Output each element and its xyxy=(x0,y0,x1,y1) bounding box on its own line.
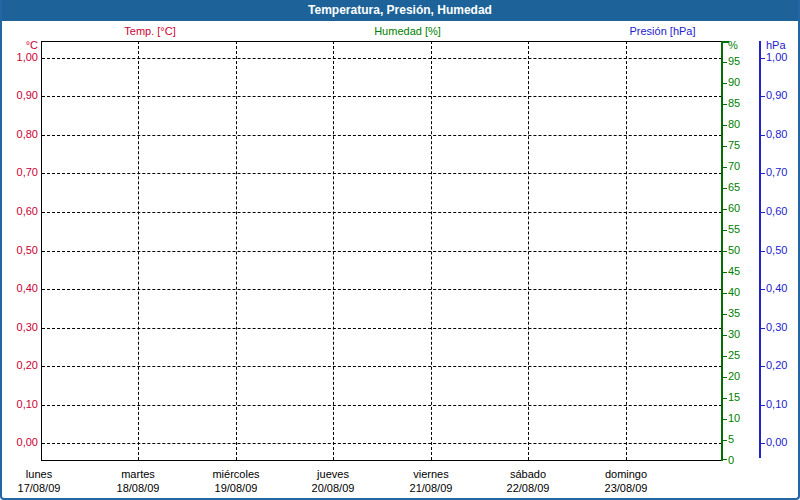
x-axis-date-label: 17/08/09 xyxy=(0,482,84,495)
chart-window: Temperatura, Presión, Humedad Temp. [°C]… xyxy=(0,0,800,500)
x-axis-day-label: jueves xyxy=(288,468,378,481)
pressure-axis-tick-label: 1,00 xyxy=(766,51,800,64)
window-title: Temperatura, Presión, Humedad xyxy=(308,3,492,17)
pressure-axis-tick xyxy=(761,289,765,290)
humidity-axis-tick-label: 40 xyxy=(728,286,758,299)
humidity-axis-tick-label: 80 xyxy=(728,118,758,131)
gridline-vertical xyxy=(431,41,432,460)
pressure-axis-tick xyxy=(761,58,765,59)
left-axis-tick-label: 0,20 xyxy=(4,359,38,372)
pressure-axis-tick-label: 0,60 xyxy=(766,205,800,218)
gridline-horizontal xyxy=(42,251,722,252)
gridline-vertical xyxy=(528,41,529,460)
pressure-axis-tick xyxy=(761,366,765,367)
humidity-axis-tick xyxy=(723,440,727,441)
left-axis-tick-label: 0,80 xyxy=(4,128,38,141)
gridline-horizontal xyxy=(42,443,722,444)
humidity-axis-tick xyxy=(723,335,727,336)
x-axis-day-label: martes xyxy=(93,468,183,481)
x-axis-day-label: sábado xyxy=(483,468,573,481)
pressure-axis-tick-label: 0,30 xyxy=(766,321,800,334)
x-axis-day-label: domingo xyxy=(581,468,671,481)
humidity-axis-tick-label: 55 xyxy=(728,223,758,236)
pressure-axis-tick-label: 0,70 xyxy=(766,166,800,179)
pressure-axis-tick xyxy=(761,328,765,329)
gridline-horizontal xyxy=(42,96,722,97)
humidity-axis-tick xyxy=(723,272,727,273)
humidity-axis-tick-label: 70 xyxy=(728,160,758,173)
humidity-axis-tick-label: 90 xyxy=(728,76,758,89)
left-axis-tick-label: 1,00 xyxy=(4,51,38,64)
pressure-axis-line xyxy=(759,41,761,458)
humidity-axis-tick xyxy=(723,83,727,84)
humidity-axis-tick xyxy=(723,209,727,210)
x-axis-date-label: 23/08/09 xyxy=(581,482,671,495)
legend-humidity: Humedad [%] xyxy=(345,25,470,39)
legend-pressure: Presión [hPa] xyxy=(600,25,725,39)
humidity-axis-tick xyxy=(723,419,727,420)
left-axis-tick-label: 0,00 xyxy=(4,436,38,449)
gridline-horizontal xyxy=(42,289,722,290)
pressure-axis-tick xyxy=(761,212,765,213)
x-axis-date-label: 22/08/09 xyxy=(483,482,573,495)
pressure-axis-tick xyxy=(761,173,765,174)
x-axis-date-label: 21/08/09 xyxy=(386,482,476,495)
humidity-axis-tick xyxy=(723,377,727,378)
pressure-axis-tick xyxy=(761,251,765,252)
x-axis-day-label: miércoles xyxy=(191,468,281,481)
pressure-axis-tick xyxy=(761,405,765,406)
humidity-axis-tick xyxy=(723,104,727,105)
legend-temperature: Temp. [°C] xyxy=(90,25,210,39)
pressure-axis-tick-label: 0,10 xyxy=(766,398,800,411)
humidity-axis-tick-label: 30 xyxy=(728,328,758,341)
humidity-axis-tick-label: 45 xyxy=(728,265,758,278)
x-axis-line xyxy=(41,460,723,461)
humidity-axis-tick-label: 25 xyxy=(728,349,758,362)
humidity-axis-tick xyxy=(723,62,727,63)
humidity-axis-tick xyxy=(723,459,727,460)
left-axis-tick-label: 0,30 xyxy=(4,321,38,334)
gridline-horizontal xyxy=(42,173,722,174)
gridline-horizontal xyxy=(42,58,722,59)
humidity-axis-tick-label: 50 xyxy=(728,244,758,257)
pressure-axis-tick-label: 0,20 xyxy=(766,359,800,372)
humidity-axis-tick-label: 0 xyxy=(728,454,758,467)
pressure-axis-tick-label: 0,50 xyxy=(766,244,800,257)
gridline-horizontal xyxy=(42,328,722,329)
x-axis-date-label: 18/08/09 xyxy=(93,482,183,495)
humidity-axis-tick xyxy=(723,293,727,294)
pressure-axis-tick-label: 0,80 xyxy=(766,128,800,141)
pressure-axis-tick-label: 0,00 xyxy=(766,436,800,449)
gridline-vertical xyxy=(138,41,139,460)
gridline-vertical xyxy=(236,41,237,460)
humidity-axis-tick xyxy=(723,251,727,252)
humidity-axis-tick xyxy=(723,230,727,231)
humidity-axis-tick xyxy=(723,356,727,357)
plot-border-top xyxy=(41,41,723,42)
humidity-axis-tick-label: 95 xyxy=(728,55,758,68)
x-axis-day-label: viernes xyxy=(386,468,476,481)
gridline-vertical xyxy=(626,41,627,460)
pressure-axis-tick xyxy=(761,96,765,97)
left-axis-tick-label: 0,90 xyxy=(4,89,38,102)
gridline-horizontal xyxy=(42,212,722,213)
pressure-axis-tick xyxy=(761,443,765,444)
gridline-vertical xyxy=(333,41,334,460)
left-axis-tick-label: 0,60 xyxy=(4,205,38,218)
humidity-axis-tick xyxy=(723,167,727,168)
humidity-axis-tick xyxy=(723,146,727,147)
humidity-axis-tick-label: 10 xyxy=(728,412,758,425)
x-axis-day-label: lunes xyxy=(0,468,84,481)
humidity-axis-unit: % xyxy=(728,39,758,52)
humidity-axis-tick-label: 65 xyxy=(728,181,758,194)
humidity-axis-tick-label: 5 xyxy=(728,433,758,446)
humidity-axis-tick-label: 60 xyxy=(728,202,758,215)
humidity-axis-tick xyxy=(723,125,727,126)
humidity-axis-tick-label: 85 xyxy=(728,97,758,110)
humidity-axis-tick-label: 20 xyxy=(728,370,758,383)
humidity-axis-tick-label: 35 xyxy=(728,307,758,320)
pressure-axis-tick-label: 0,90 xyxy=(766,89,800,102)
left-axis-tick-label: 0,70 xyxy=(4,166,38,179)
x-axis-date-label: 19/08/09 xyxy=(191,482,281,495)
left-axis-tick-label: 0,10 xyxy=(4,398,38,411)
